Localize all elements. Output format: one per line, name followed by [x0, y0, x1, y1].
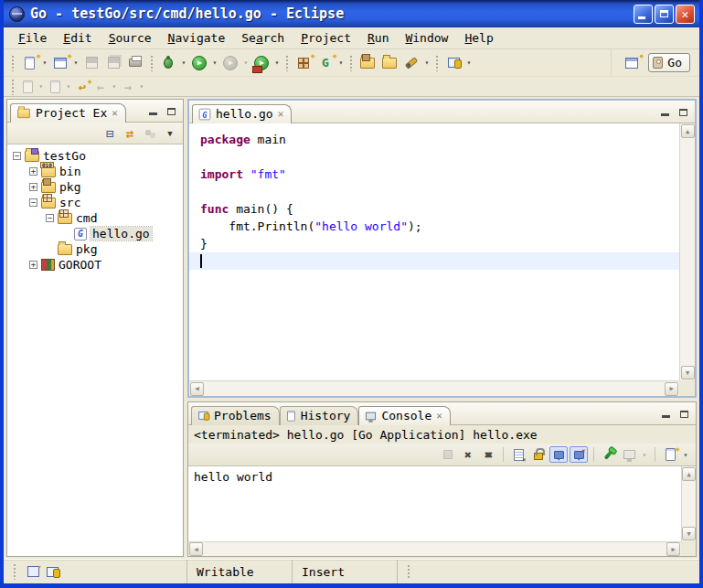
run-button[interactable]: ▶: [188, 53, 210, 73]
last-edit-location-button[interactable]: ↩: [73, 79, 91, 95]
scroll-right-button[interactable]: ▶: [666, 542, 680, 556]
remove-launch-button[interactable]: ✖: [459, 446, 477, 463]
console-tab-close-icon[interactable]: ✕: [436, 410, 442, 422]
link-with-editor-button[interactable]: ⇄: [121, 125, 139, 142]
fast-view-icon[interactable]: [27, 566, 39, 577]
toolbar-grip[interactable]: [435, 55, 439, 71]
eclipse-logo-icon[interactable]: [9, 6, 25, 22]
scroll-lock-button[interactable]: [529, 446, 548, 463]
scroll-up-button[interactable]: ▲: [682, 467, 696, 481]
console-vertical-scrollbar[interactable]: ▲ ▼: [681, 466, 696, 541]
expander-icon[interactable]: −: [29, 198, 37, 207]
go-perspective-button[interactable]: Go: [648, 53, 690, 72]
maximize-editor-button[interactable]: [676, 105, 691, 119]
statusbar-grip[interactable]: [13, 563, 16, 580]
next-annotation-button[interactable]: [18, 79, 37, 95]
console-tab[interactable]: Console ✕: [358, 406, 450, 425]
new-project-button[interactable]: [49, 53, 71, 73]
expander-icon[interactable]: +: [29, 261, 37, 269]
import-button[interactable]: [357, 53, 378, 73]
clear-console-button[interactable]: [509, 446, 527, 463]
filters-button[interactable]: [141, 125, 159, 142]
tree-item-goroot[interactable]: + GOROOT: [7, 257, 183, 273]
show-stdout-button[interactable]: [549, 446, 568, 463]
console-output[interactable]: hello world: [188, 466, 681, 541]
menu-edit[interactable]: Edit: [56, 29, 99, 47]
next-annotation-dropdown[interactable]: ▾: [37, 82, 46, 91]
tree-item-src[interactable]: − src: [7, 195, 183, 210]
menu-help[interactable]: Help: [457, 29, 500, 47]
tree-item-pkg[interactable]: + pkg: [7, 179, 183, 195]
toolbar-grip[interactable]: [11, 55, 15, 71]
tree-item-cmd[interactable]: − cmd: [7, 210, 183, 226]
scroll-left-button[interactable]: ◀: [190, 382, 204, 396]
scroll-up-button[interactable]: ▲: [681, 124, 695, 138]
open-console-button[interactable]: [661, 446, 679, 463]
minimize-console-button[interactable]: [658, 407, 674, 421]
project-explorer-close-icon[interactable]: ✕: [112, 107, 118, 119]
menu-run[interactable]: Run: [360, 29, 396, 47]
maximize-button[interactable]: [655, 5, 674, 24]
external-tools-button[interactable]: ▶: [250, 53, 272, 73]
debug-dropdown[interactable]: ▾: [179, 59, 188, 67]
tree-item-hello-go[interactable]: G hello.go: [7, 226, 183, 241]
open-perspective-button[interactable]: [621, 53, 643, 73]
new-go-file-dropdown[interactable]: ▾: [336, 59, 346, 67]
maximize-console-button[interactable]: [676, 407, 692, 421]
export-button[interactable]: [378, 53, 400, 73]
menu-search[interactable]: Search: [234, 29, 292, 47]
remove-all-launches-button[interactable]: ✖✖: [479, 446, 497, 463]
close-button[interactable]: ✕: [676, 5, 695, 24]
search-dropdown[interactable]: ▾: [422, 59, 431, 67]
terminate-button[interactable]: [439, 446, 457, 463]
new-project-dropdown[interactable]: ▾: [71, 59, 80, 67]
scroll-left-button[interactable]: ◀: [189, 542, 203, 556]
back-button[interactable]: ←: [91, 79, 110, 95]
display-console-dropdown[interactable]: ▾: [640, 451, 649, 459]
new-go-package-button[interactable]: [293, 53, 314, 73]
tree-item-bin[interactable]: + bin: [7, 164, 183, 179]
minimize-view-button[interactable]: [145, 104, 161, 118]
editor-tab-close-icon[interactable]: ✕: [278, 108, 284, 120]
expander-icon[interactable]: +: [29, 167, 37, 176]
expander-icon[interactable]: −: [13, 152, 21, 160]
previous-annotation-button[interactable]: [46, 79, 64, 95]
debug-button[interactable]: [157, 53, 179, 73]
editor-tab-hello-go[interactable]: G hello.go ✕: [192, 104, 292, 123]
scroll-down-button[interactable]: ▼: [681, 366, 695, 380]
console-shortcut-dropdown[interactable]: ▾: [464, 59, 474, 67]
forward-button[interactable]: →: [119, 79, 137, 95]
expander-icon[interactable]: +: [29, 183, 37, 191]
console-fastview-icon[interactable]: [47, 567, 59, 577]
toolbar-grip[interactable]: [285, 55, 289, 71]
forward-dropdown[interactable]: ▾: [137, 82, 146, 91]
editor-vertical-scrollbar[interactable]: ▲ ▼: [679, 123, 695, 380]
tree-item-testgo[interactable]: − testGo: [7, 148, 183, 164]
menu-project[interactable]: Project: [293, 29, 358, 47]
code-editor[interactable]: package main import "fmt" func main() { …: [189, 123, 679, 380]
expander-icon[interactable]: −: [46, 214, 54, 222]
print-button[interactable]: [124, 53, 146, 73]
menu-source[interactable]: Source: [101, 29, 159, 47]
project-explorer-tab[interactable]: Project Ex ✕: [10, 103, 126, 123]
history-tab[interactable]: History: [280, 406, 359, 425]
save-button[interactable]: [80, 53, 102, 73]
problems-tab[interactable]: Problems: [191, 406, 280, 425]
minimize-editor-button[interactable]: [657, 105, 673, 119]
titlebar[interactable]: Go - testGo/src/cmd/hello.go - Eclipse ✕: [4, 0, 699, 27]
maximize-view-button[interactable]: [164, 104, 179, 118]
menu-window[interactable]: Window: [398, 29, 455, 47]
toolbar-grip[interactable]: [11, 79, 15, 95]
scroll-right-button[interactable]: ▶: [665, 382, 678, 396]
display-selected-console-button[interactable]: [620, 446, 638, 463]
new-go-file-button[interactable]: G: [314, 53, 336, 73]
pin-console-button[interactable]: [600, 446, 618, 463]
menu-navigate[interactable]: Navigate: [161, 29, 233, 47]
profile-button[interactable]: ▶: [219, 53, 241, 73]
view-menu-button[interactable]: ▼: [161, 125, 179, 142]
scroll-down-button[interactable]: ▼: [682, 527, 696, 540]
toolbar-grip[interactable]: [150, 55, 154, 71]
menu-file[interactable]: File: [11, 29, 54, 47]
run-dropdown[interactable]: ▾: [210, 59, 219, 67]
search-button[interactable]: [400, 53, 422, 73]
